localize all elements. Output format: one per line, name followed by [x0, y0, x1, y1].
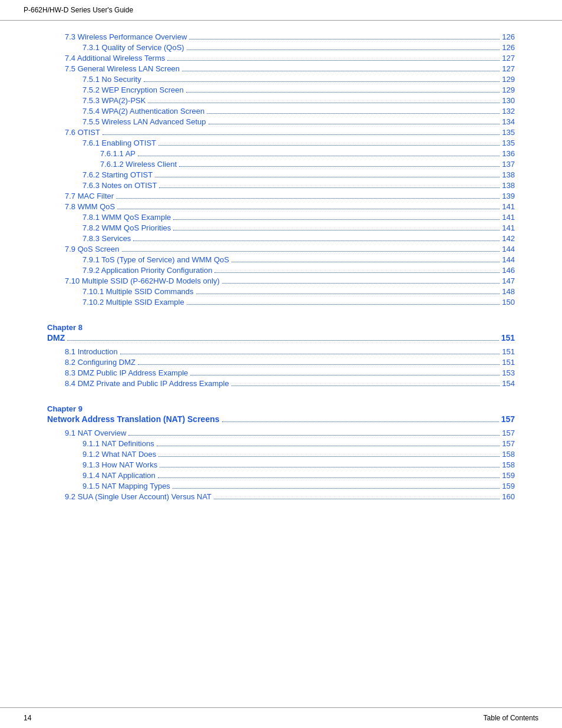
- toc-entry-page: 150: [502, 298, 515, 307]
- toc-entry-label[interactable]: 7.6.1.2 Wireless Client: [100, 160, 177, 169]
- toc-entry-label[interactable]: 7.5.5 Wireless LAN Advanced Setup: [82, 117, 206, 126]
- toc-entry-label[interactable]: 7.7 MAC Filter: [65, 192, 114, 200]
- toc-entry-dots: [214, 272, 500, 273]
- toc-entry-label[interactable]: 7.9 QoS Screen: [65, 245, 120, 253]
- chapter-chapter8: Chapter 8DMZ1518.1 Introduction1518.2 Co…: [47, 323, 515, 388]
- toc-entry-dots: [173, 488, 500, 489]
- toc-entry-7.8.3: 7.8.3 Services142: [47, 234, 515, 243]
- chapter-title-text[interactable]: Network Address Translation (NAT) Screen…: [47, 414, 220, 424]
- chapter-title-row-chapter8: DMZ151: [47, 333, 515, 342]
- toc-entry-label[interactable]: 7.6.1 Enabling OTIST: [82, 139, 156, 147]
- toc-entry-dots: [187, 50, 500, 50]
- toc-entry-label[interactable]: 7.10.1 Multiple SSID Commands: [82, 287, 194, 296]
- toc-entry-page: 154: [502, 379, 515, 388]
- toc-entry-label[interactable]: 7.8.3 Services: [82, 234, 131, 243]
- chapter-title-text[interactable]: DMZ: [47, 333, 65, 342]
- toc-entry-page: 153: [502, 368, 515, 377]
- toc-entry-9.1.1: 9.1.1 NAT Definitions157: [47, 439, 515, 448]
- toc-entry-label[interactable]: 9.1.4 NAT Application: [82, 471, 156, 480]
- toc-entry-page: 129: [502, 85, 515, 94]
- toc-entry-label[interactable]: 7.3.1 Quality of Service (QoS): [82, 43, 184, 52]
- toc-entry-dots: [144, 81, 500, 82]
- toc-entry-dots: [189, 39, 500, 39]
- toc-entry-label[interactable]: 7.6.3 Notes on OTIST: [82, 181, 157, 190]
- toc-entry-label[interactable]: 7.5.4 WPA(2) Authentication Screen: [82, 107, 204, 116]
- toc-entry-7.8.1: 7.8.1 WMM QoS Example141: [47, 213, 515, 222]
- toc-entry-dots: [190, 375, 500, 375]
- toc-entry-9.1: 9.1 NAT Overview157: [47, 429, 515, 437]
- toc-entry-8.3: 8.3 DMZ Public IP Address Example153: [47, 368, 515, 377]
- toc-entry-label[interactable]: 7.9.1 ToS (Type of Service) and WMM QoS: [82, 255, 229, 264]
- toc-entry-dots: [186, 92, 500, 93]
- toc-entry-page: 148: [502, 287, 515, 296]
- toc-entry-label[interactable]: 9.1 NAT Overview: [65, 429, 126, 437]
- toc-entry-label[interactable]: 8.2 Configuring DMZ: [65, 358, 135, 367]
- toc-entry-label[interactable]: 7.8 WMM QoS: [65, 202, 115, 211]
- toc-entry-page: 126: [502, 43, 515, 52]
- toc-entry-dots: [173, 230, 500, 230]
- toc-entry-9.1.4: 9.1.4 NAT Application159: [47, 471, 515, 480]
- toc-entry-label[interactable]: 9.1.3 How NAT Works: [82, 460, 157, 469]
- toc-entry-label[interactable]: 8.4 DMZ Private and Public IP Address Ex…: [65, 379, 229, 388]
- toc-entry-dots: [232, 262, 500, 262]
- toc-entry-7.5.4: 7.5.4 WPA(2) Authentication Screen132: [47, 107, 515, 116]
- chapter-title-page: 157: [501, 414, 515, 424]
- toc-entry-dots: [159, 187, 500, 188]
- toc-entry-dots: [232, 386, 500, 386]
- toc-entry-label[interactable]: 7.6.1.1 AP: [100, 149, 135, 158]
- toc-entry-page: 157: [502, 439, 515, 448]
- toc-entry-dots: [148, 103, 500, 103]
- toc-entry-7.3.1: 7.3.1 Quality of Service (QoS)126: [47, 43, 515, 52]
- footer-page-number: 14: [24, 714, 31, 722]
- toc-entry-label[interactable]: 7.10.2 Multiple SSID Example: [82, 298, 184, 307]
- toc-entries: 7.3 Wireless Performance Overview1267.3.…: [47, 32, 515, 307]
- toc-entry-7.5: 7.5 General Wireless LAN Screen127: [47, 64, 515, 73]
- toc-entry-label[interactable]: 8.3 DMZ Public IP Address Example: [65, 368, 188, 377]
- toc-entry-7.6.2: 7.6.2 Starting OTIST138: [47, 170, 515, 179]
- toc-entry-label[interactable]: 9.1.5 NAT Mapping Types: [82, 482, 170, 490]
- toc-entry-page: 159: [502, 482, 515, 490]
- toc-entry-7.7: 7.7 MAC Filter139: [47, 192, 515, 200]
- toc-entry-label[interactable]: 7.6.2 Starting OTIST: [82, 170, 153, 179]
- toc-entry-page: 142: [502, 234, 515, 243]
- toc-entry-dots: [116, 198, 500, 199]
- toc-entry-dots: [187, 304, 500, 305]
- toc-entry-label[interactable]: 7.9.2 Application Priority Configuration: [82, 266, 212, 275]
- toc-entry-page: 130: [502, 96, 515, 105]
- toc-entry-label[interactable]: 7.5.1 No Security: [82, 75, 141, 84]
- toc-entry-label[interactable]: 9.2 SUA (Single User Account) Versus NAT: [65, 492, 211, 501]
- toc-entry-label[interactable]: 7.10 Multiple SSID (P-662HW-D Models onl…: [65, 276, 220, 285]
- toc-entry-7.5.1: 7.5.1 No Security129: [47, 75, 515, 84]
- toc-entry-label[interactable]: 7.3 Wireless Performance Overview: [65, 32, 187, 41]
- toc-entry-dots: [196, 294, 500, 294]
- toc-entry-page: 160: [502, 492, 515, 501]
- toc-entry-label[interactable]: 7.5.3 WPA(2)-PSK: [82, 96, 146, 105]
- toc-entry-page: 134: [502, 117, 515, 126]
- chapter-title-row-chapter9: Network Address Translation (NAT) Screen…: [47, 414, 515, 424]
- toc-entry-dots: [128, 435, 500, 436]
- toc-entry-dots: [160, 467, 500, 467]
- toc-entry-label[interactable]: 7.8.2 WMM QoS Priorities: [82, 223, 171, 232]
- toc-entry-label[interactable]: 8.1 Introduction: [65, 347, 118, 356]
- toc-entry-page: 144: [502, 255, 515, 264]
- toc-entry-label[interactable]: 9.1.2 What NAT Does: [82, 450, 156, 459]
- header-title: P-662H/HW-D Series User's Guide: [24, 6, 133, 14]
- toc-entry-label[interactable]: 7.5.2 WEP Encryption Screen: [82, 85, 184, 94]
- chapters-container: Chapter 8DMZ1518.1 Introduction1518.2 Co…: [47, 323, 515, 501]
- page-header: P-662H/HW-D Series User's Guide: [0, 0, 562, 21]
- toc-entry-dots: [214, 499, 500, 499]
- toc-entry-label[interactable]: 7.5 General Wireless LAN Screen: [65, 64, 180, 73]
- toc-entry-page: 151: [502, 347, 515, 356]
- toc-entry-7.6.1.1: 7.6.1.1 AP136: [47, 149, 515, 158]
- toc-entry-page: 146: [502, 266, 515, 275]
- toc-entry-label[interactable]: 7.4 Additional Wireless Terms: [65, 54, 165, 62]
- toc-entry-label[interactable]: 7.8.1 WMM QoS Example: [82, 213, 171, 222]
- toc-entry-label[interactable]: 7.6 OTIST: [65, 128, 100, 137]
- toc-entry-dots: [222, 283, 500, 284]
- toc-entry-page: 138: [502, 170, 515, 179]
- toc-entry-9.1.3: 9.1.3 How NAT Works158: [47, 460, 515, 469]
- toc-entry-label[interactable]: 9.1.1 NAT Definitions: [82, 439, 154, 448]
- toc-entry-page: 144: [502, 245, 515, 253]
- toc-entry-page: 137: [502, 160, 515, 169]
- toc-entry-7.6: 7.6 OTIST135: [47, 128, 515, 137]
